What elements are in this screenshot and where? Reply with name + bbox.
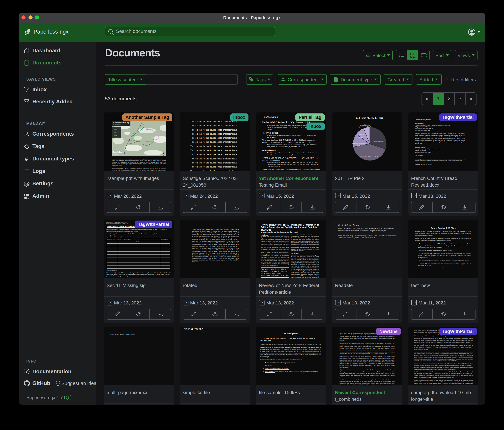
svg-text:Day 4: Day 4 xyxy=(114,134,117,135)
svg-text:44, 9%: 44, 9% xyxy=(359,137,363,139)
svg-text:Day 3: Day 3 xyxy=(114,132,117,133)
svg-text:6x day trip BWCA: 6x day trip BWCA xyxy=(113,124,121,125)
svg-text:Washington Island: Washington Island xyxy=(145,141,153,142)
svg-text:Patient BP Distribution 2011: Patient BP Distribution 2011 xyxy=(356,117,383,119)
svg-text:Normal, 151, 30%: Normal, 151, 30% xyxy=(373,140,384,142)
svg-text:N: N xyxy=(163,155,163,156)
svg-text:65, 13%: 65, 13% xyxy=(356,144,362,146)
svg-text:Entry Point: Entry Point xyxy=(114,137,119,138)
svg-text:©2022 Google: ©2022 Google xyxy=(113,154,119,155)
svg-text:Candle Island Bay: Candle Island Bay xyxy=(139,145,148,147)
svg-text:Day 2: Day 2 xyxy=(114,131,117,131)
svg-text:Isolated Systolic: Isolated Systolic xyxy=(360,124,370,126)
svg-text:Stage 2: Stage 2 xyxy=(359,133,363,135)
svg-text:Day 1: Day 1 xyxy=(114,129,117,130)
svg-text:Hypertension,: Hypertension, xyxy=(357,135,365,137)
svg-text:Legend: Legend xyxy=(113,127,116,128)
svg-text:Stage 1 Hypertension,: Stage 1 Hypertension, xyxy=(352,142,366,144)
svg-text:Hawick Island: Hawick Island xyxy=(146,129,152,130)
svg-text:Hypertension, 31, 6%: Hypertension, 31, 6% xyxy=(358,126,371,128)
svg-text:Boundary Waters Trip: Boundary Waters Trip xyxy=(113,122,129,123)
svg-text:Mountain Charley Island: Mountain Charley Island xyxy=(126,152,137,154)
svg-text:Day 5: Day 5 xyxy=(114,135,117,136)
svg-text:Google Earth: Google Earth xyxy=(113,151,123,153)
svg-text:New Found Land: New Found Land xyxy=(127,140,135,141)
svg-text:Pre-hypertension, 212, 42%: Pre-hypertension, 212, 42% xyxy=(360,155,378,157)
svg-text:Half Dog Island: Half Dog Island xyxy=(145,139,152,140)
